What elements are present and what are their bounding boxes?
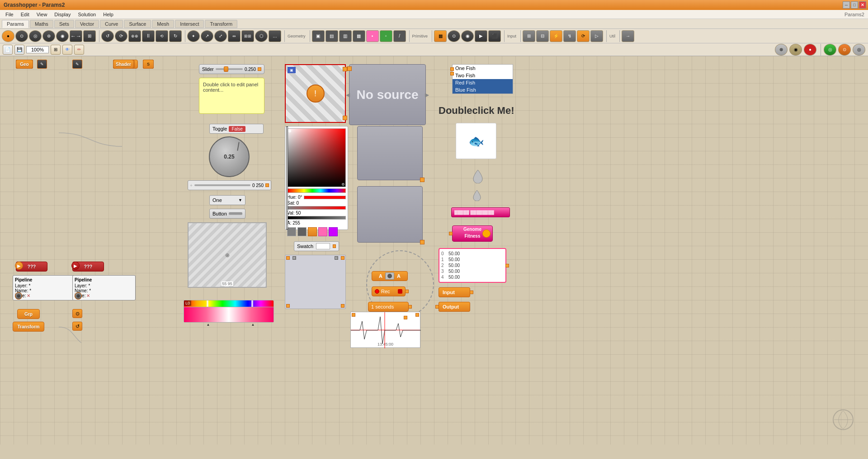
color-pick-indicator[interactable] [288, 130, 291, 132]
tb-util-6[interactable]: ▷ [590, 30, 603, 42]
viewport-2[interactable]: F C [285, 255, 346, 309]
tb-in-4[interactable]: ▶ [475, 30, 487, 42]
tb-in-5[interactable]: ⬛ [488, 30, 501, 42]
tb-btn-4[interactable]: ⊛ [42, 30, 55, 42]
knob-comp[interactable]: 0.25 [209, 136, 250, 177]
button-comp[interactable]: Button [209, 209, 245, 219]
tb-green-1[interactable]: ▫ [380, 30, 392, 42]
tb-array-btn[interactable]: ⊞⊞ [241, 30, 254, 42]
listbox-item-bluefish[interactable]: Blue Fish [453, 86, 513, 94]
menu-view[interactable]: View [33, 11, 51, 18]
tb-slash[interactable]: / [393, 30, 406, 42]
output-button[interactable]: Output [439, 302, 470, 312]
tb2-new[interactable]: 📄 [3, 45, 13, 55]
tb2-right-1[interactable]: ⊛ [775, 44, 788, 56]
tab-transform[interactable]: Transform [205, 20, 237, 28]
tb2-save[interactable]: 💾 [14, 45, 24, 55]
tab-intersect[interactable]: Intersect [175, 20, 204, 28]
close-button[interactable]: ✕ [859, 1, 866, 9]
timer-comp[interactable]: 1 seconds [368, 302, 409, 312]
tb2-right-3[interactable]: ● [804, 44, 816, 56]
slider-handle[interactable] [224, 66, 228, 72]
tb-btn-11[interactable]: II [142, 30, 155, 42]
tb-in-3[interactable]: ◉ [461, 30, 474, 42]
tab-sets[interactable]: Sets [54, 20, 74, 28]
tb-btn-8[interactable]: ↺ [101, 30, 114, 42]
tb2-brush[interactable]: ✏ [74, 45, 84, 55]
genome-comp[interactable]: Genome Fitness [452, 225, 493, 242]
tb-btn-13[interactable]: ↻ [169, 30, 182, 42]
gray-panel-top[interactable] [357, 126, 423, 180]
tb-sq-1[interactable]: ▣ [312, 30, 325, 42]
tb-arrow-right[interactable]: → [622, 30, 634, 42]
maximize-button[interactable]: □ [851, 1, 858, 9]
tb-btn-10[interactable]: ⊕⊕ [128, 30, 141, 42]
swatch-color-display[interactable] [316, 243, 330, 249]
menu-display[interactable]: Display [51, 11, 74, 18]
menu-help[interactable]: Help [99, 11, 117, 18]
rec-comp[interactable]: Rec [372, 286, 406, 296]
dropdown-comp[interactable]: One ▼ [209, 195, 245, 205]
slider-comp[interactable]: Slider 0.250 [199, 64, 264, 74]
grp-comp[interactable]: Grp [17, 309, 40, 319]
listbox-comp[interactable]: One Fish Two Fish Red Fish Blue Fish [452, 64, 513, 94]
tb-sq-2[interactable]: ▤ [326, 30, 338, 42]
minimize-button[interactable]: ─ [843, 1, 850, 9]
pipeline-type-btn-2c[interactable]: ⊛ [75, 292, 82, 300]
tb2-right-5[interactable]: ⊙ [838, 44, 851, 56]
tb-btn-3[interactable]: ◎ [29, 30, 42, 42]
pipeline-type-x-2[interactable]: ✕ [86, 293, 90, 298]
listbox-item-twofish[interactable]: Two Fish [453, 72, 513, 79]
tb-in-1[interactable]: ▦ [434, 30, 447, 42]
tb-morph-btn[interactable]: ⬡ [255, 30, 268, 42]
pipeline-type-x-1[interactable]: ✕ [27, 293, 30, 298]
tb-util-4[interactable]: ↯ [563, 30, 576, 42]
tb-in-2[interactable]: ⊙ [448, 30, 460, 42]
error-comp-1-btn[interactable]: ▶ [15, 262, 23, 270]
toggle-comp[interactable]: Toggle False [209, 124, 264, 134]
tb-sq-3[interactable]: ▥ [339, 30, 352, 42]
gray-panel-bottom[interactable] [357, 186, 423, 243]
tb-rot-btn[interactable]: ↗ [201, 30, 213, 42]
transform-comp[interactable]: Transform [13, 322, 44, 332]
input-button[interactable]: Input [439, 287, 470, 297]
tb-pink-1[interactable]: ▪ [366, 30, 379, 42]
slider-track[interactable] [216, 68, 243, 70]
number-track[interactable] [194, 184, 250, 186]
color-picker-panel[interactable]: Hue: 0° Sat: 0 Val: 50 A: 255 [285, 126, 348, 230]
listbox-item-redfish[interactable]: Red Fish [453, 79, 513, 86]
error-comp-2-btn[interactable]: ▶ [71, 262, 80, 270]
tb-btn-9[interactable]: ⟳ [115, 30, 127, 42]
window-controls[interactable]: ─ □ ✕ [843, 1, 866, 9]
viewport-panel-left[interactable]: ⊕ 55 95 [188, 222, 267, 288]
tb-util-1[interactable]: ⊞ [523, 30, 535, 42]
hue-bar[interactable] [287, 188, 346, 193]
tab-vector[interactable]: Vector [75, 20, 99, 28]
toggle-value[interactable]: False [229, 126, 245, 132]
sat-bar[interactable] [287, 206, 346, 210]
tb2-right-2[interactable]: ◉ [789, 44, 802, 56]
transform-icon[interactable]: ↺ [72, 322, 82, 331]
tb-util-3[interactable]: ⚡ [550, 30, 562, 42]
tb-btn-6[interactable]: ←→ [70, 30, 82, 42]
swatch-pink[interactable] [318, 227, 327, 236]
icon-col2-16[interactable]: ✎ [72, 60, 82, 69]
tab-curve[interactable]: Curve [100, 20, 123, 28]
icon-shader-r[interactable]: S [143, 60, 154, 69]
small-image-panel[interactable]: 🐟 [456, 123, 496, 159]
minus-icon[interactable]: + [190, 183, 193, 188]
swatch-orange[interactable] [308, 227, 317, 236]
tb2-right-4[interactable]: ◎ [824, 44, 836, 56]
tb2-right-6[interactable]: ◎ [853, 44, 865, 56]
tb-move-btn[interactable]: ✦ [187, 30, 200, 42]
doubleclick-text[interactable]: Doubleclick Me! [439, 105, 514, 117]
tab-maths[interactable]: Maths [30, 20, 53, 28]
param-geo[interactable]: Geo [16, 60, 33, 69]
gradient-bar[interactable]: L0 L1 t ▲ ▲ [184, 300, 274, 323]
tb2-eye[interactable]: 👁 [62, 45, 72, 55]
waveform-panel[interactable]: 13:45:00 [350, 312, 420, 348]
val-bar[interactable] [287, 216, 346, 220]
tb2-fit[interactable]: ⊞ [51, 45, 61, 55]
tb-btn-7[interactable]: ⊞ [83, 30, 96, 42]
swatch-purple[interactable] [329, 227, 338, 236]
